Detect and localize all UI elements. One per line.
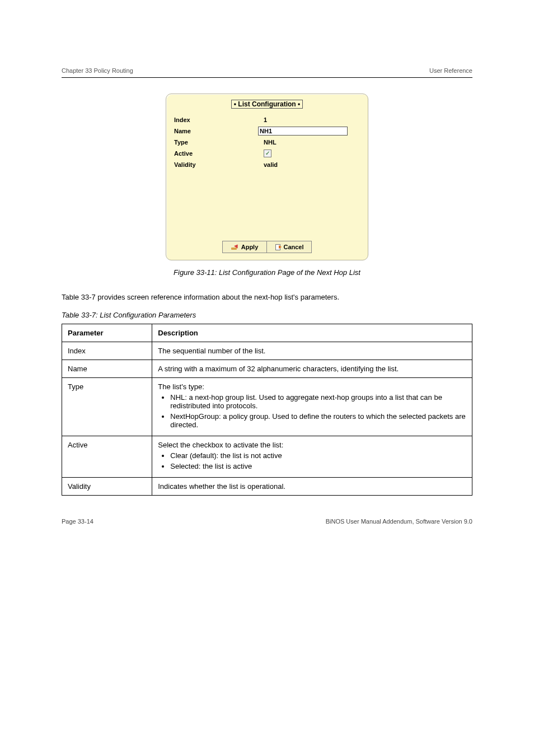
- apply-icon: [231, 244, 239, 250]
- dialog-title: • List Configuration •: [166, 100, 368, 109]
- label-active: Active: [174, 150, 258, 157]
- row-active: Active ✓: [174, 148, 360, 159]
- list-item: NHL: a next-hop group list. Used to aggr…: [170, 393, 466, 410]
- list-configuration-dialog: • List Configuration • Index 1 Name T: [166, 94, 368, 260]
- list-item: Selected: the list is active: [170, 462, 466, 470]
- label-name: Name: [174, 128, 258, 134]
- label-type: Type: [174, 139, 258, 146]
- table-caption: Table 33-7: List Configuration Parameter…: [62, 311, 472, 319]
- active-checkbox[interactable]: ✓: [264, 150, 271, 157]
- list-item: NextHopGroup: a policy group. Used to de…: [170, 412, 466, 429]
- figure-caption: Figure 33-11: List Configuration Page of…: [62, 268, 472, 277]
- table-row: Type The list's type: NHL: a next-hop gr…: [62, 377, 472, 436]
- name-input[interactable]: [258, 127, 348, 136]
- dialog-form: Index 1 Name Type NHL Active ✓: [174, 114, 360, 170]
- value-type: NHL: [258, 139, 360, 146]
- footer-right: BiNOS User Manual Addendum, Software Ver…: [326, 518, 472, 525]
- label-index: Index: [174, 116, 258, 123]
- cell-param: Name: [62, 360, 152, 377]
- row-type: Type NHL: [174, 137, 360, 148]
- th-description: Description: [152, 324, 472, 342]
- dialog-title-text: List Configuration: [238, 100, 296, 108]
- th-parameter: Parameter: [62, 324, 152, 342]
- footer-left: Page 33-14: [62, 518, 93, 525]
- value-validity: valid: [258, 161, 360, 168]
- cancel-label: Cancel: [283, 244, 303, 250]
- row-validity: Validity valid: [174, 159, 360, 170]
- dialog-buttons: Apply Cancel: [166, 241, 368, 253]
- value-index: 1: [258, 116, 360, 123]
- page-footer: Page 33-14 BiNOS User Manual Addendum, S…: [62, 518, 472, 525]
- cell-desc-lead: Select the checkbox to activate the list…: [158, 441, 466, 449]
- cancel-button[interactable]: Cancel: [267, 241, 312, 253]
- header-left: Chapter 33 Policy Routing: [62, 67, 133, 74]
- cell-desc-lead: The list's type:: [158, 382, 466, 391]
- figure-dialog: • List Configuration • Index 1 Name T: [62, 94, 472, 260]
- row-index: Index 1: [174, 114, 360, 125]
- cell-param: Index: [62, 342, 152, 360]
- cell-param: Type: [62, 377, 152, 436]
- cell-desc: The list's type: NHL: a next-hop group l…: [152, 377, 472, 436]
- table-row: Validity Indicates whether the list is o…: [62, 477, 472, 495]
- cell-param: Active: [62, 436, 152, 477]
- page-header: Chapter 33 Policy Routing User Reference: [62, 67, 472, 74]
- cell-desc: Indicates whether the list is operationa…: [152, 477, 472, 495]
- apply-button[interactable]: Apply: [222, 241, 267, 253]
- cell-param: Validity: [62, 477, 152, 495]
- paragraph: Table 33-7 provides screen reference inf…: [62, 292, 472, 303]
- cell-desc: The sequential number of the list.: [152, 342, 472, 360]
- header-right: User Reference: [429, 67, 472, 74]
- table-header-row: Parameter Description: [62, 324, 472, 342]
- cancel-icon: [274, 244, 281, 250]
- table-row: Index The sequential number of the list.: [62, 342, 472, 360]
- row-name: Name: [174, 125, 360, 137]
- table-row: Name A string with a maximum of 32 alpha…: [62, 360, 472, 377]
- cell-desc: A string with a maximum of 32 alphanumer…: [152, 360, 472, 377]
- header-rule: [62, 77, 472, 78]
- cell-desc: Select the checkbox to activate the list…: [152, 436, 472, 477]
- apply-label: Apply: [241, 244, 259, 250]
- list-item: Clear (default): the list is not active: [170, 451, 466, 460]
- parameters-table: Parameter Description Index The sequenti…: [62, 324, 472, 496]
- table-row: Active Select the checkbox to activate t…: [62, 436, 472, 477]
- label-validity: Validity: [174, 161, 258, 168]
